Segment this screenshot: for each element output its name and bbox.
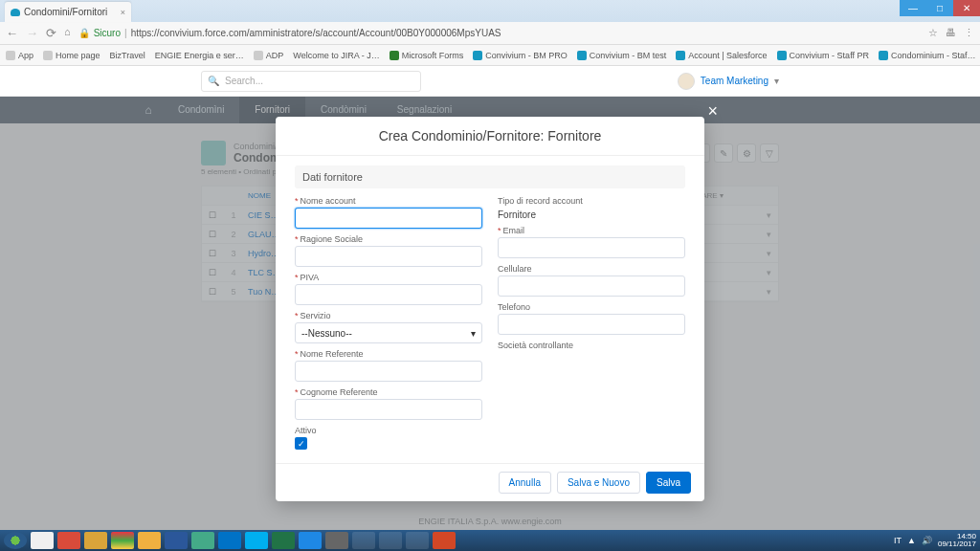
- taskbar-ie[interactable]: [299, 532, 322, 549]
- cloud-icon: [11, 9, 20, 16]
- bookmark-item[interactable]: Microsoft Forms: [390, 51, 464, 60]
- user-menu[interactable]: Team Marketing ▾: [678, 73, 779, 90]
- taskbar-app[interactable]: [325, 532, 348, 549]
- bookmark-item[interactable]: Condominium - Staf…: [879, 51, 976, 60]
- tab-title: Condomini/Fornitori: [24, 7, 107, 17]
- cloud-icon: [577, 51, 587, 60]
- nome-account-input[interactable]: [295, 208, 482, 229]
- bookmark-bar: App Home page BizTravel ENGIE Energia e …: [0, 45, 980, 66]
- bookmark-item[interactable]: ENGIE Energia e ser…: [155, 51, 244, 60]
- annulla-button[interactable]: Annulla: [499, 472, 551, 494]
- star-icon[interactable]: ☆: [928, 27, 938, 39]
- taskbar-app[interactable]: [406, 532, 429, 549]
- print-icon[interactable]: 🖶: [946, 27, 956, 39]
- lang-indicator[interactable]: IT: [894, 536, 902, 545]
- app-header: 🔍 Search... Team Marketing ▾: [0, 66, 980, 97]
- browser-tab[interactable]: Condomini/Fornitori ×: [5, 2, 131, 22]
- servizio-select[interactable]: --Nessuno-- ▾: [295, 322, 482, 343]
- taskbar-word[interactable]: [165, 532, 188, 549]
- search-icon: 🔍: [208, 76, 219, 86]
- field-nome-account: *Nome account: [295, 196, 482, 229]
- bookmark-item[interactable]: ADP: [254, 51, 284, 60]
- field-cellulare: Cellulare: [498, 264, 685, 297]
- home-icon[interactable]: ⌂: [64, 26, 71, 40]
- lock-icon: 🔒: [78, 28, 90, 38]
- cellulare-input[interactable]: [498, 276, 685, 297]
- field-nome-referente: *Nome Referente: [295, 349, 482, 382]
- salva-button[interactable]: Salva: [646, 472, 691, 494]
- taskbar-app[interactable]: [57, 532, 80, 549]
- tray-icon[interactable]: ▲: [907, 536, 916, 545]
- menu-icon[interactable]: ⋮: [964, 27, 974, 39]
- taskbar-outlook[interactable]: [218, 532, 241, 549]
- field-societa: Società controllante: [498, 341, 685, 352]
- secure-label: Sicuro: [94, 28, 121, 38]
- telefono-input[interactable]: [498, 314, 685, 335]
- bookmark-item[interactable]: Home page: [43, 51, 100, 60]
- page-icon: [254, 51, 263, 60]
- search-placeholder: Search...: [225, 76, 263, 86]
- bookmark-item[interactable]: Convivium - Staff PR: [777, 51, 869, 60]
- cloud-icon: [676, 51, 685, 60]
- clock[interactable]: 14:50 09/11/2017: [938, 533, 976, 548]
- field-piva: *PIVA: [295, 273, 482, 305]
- attivo-checkbox[interactable]: ✓: [295, 437, 307, 450]
- browser-tab-bar: Condomini/Fornitori × — □ ✕: [0, 0, 980, 22]
- window-minimize[interactable]: —: [900, 0, 926, 16]
- bookmark-item[interactable]: Convivium - BM test: [577, 51, 667, 60]
- close-icon[interactable]: ×: [707, 101, 718, 121]
- piva-input[interactable]: [295, 284, 482, 305]
- field-tipo-record: Tipo di record account Fornitore: [498, 196, 685, 220]
- forward-icon[interactable]: →: [26, 26, 38, 40]
- taskbar-excel[interactable]: [272, 532, 295, 549]
- grid-icon: [6, 51, 15, 60]
- cloud-icon: [777, 51, 787, 60]
- system-tray[interactable]: IT ▲ 🔊 14:50 09/11/2017: [894, 533, 976, 548]
- bookmark-item[interactable]: Welcome to JIRA - J…: [293, 51, 379, 60]
- field-attivo: Attivo ✓: [295, 426, 482, 450]
- start-button[interactable]: [4, 532, 27, 549]
- apps-button[interactable]: App: [6, 51, 33, 60]
- taskbar-app[interactable]: [84, 532, 107, 549]
- user-name: Team Marketing: [701, 76, 768, 86]
- cognome-referente-input[interactable]: [295, 399, 482, 420]
- browser-address-bar: ← → ⟳ ⌂ 🔒 Sicuro | https://convivium.for…: [0, 22, 980, 45]
- field-telefono: Telefono: [498, 302, 685, 335]
- page-icon: [390, 51, 399, 60]
- avatar: [678, 73, 695, 90]
- nome-referente-input[interactable]: [295, 361, 482, 382]
- taskbar-app[interactable]: [352, 532, 375, 549]
- cloud-icon: [473, 51, 482, 60]
- taskbar-chrome[interactable]: [111, 532, 134, 549]
- chevron-down-icon: ▾: [471, 328, 476, 339]
- modal-footer: Annulla Salva e Nuovo Salva: [276, 463, 704, 501]
- chevron-down-icon: ▾: [774, 76, 779, 86]
- bookmark-item[interactable]: Convivium - BM PRO: [473, 51, 568, 60]
- tipo-record-value: Fornitore: [498, 208, 685, 220]
- volume-icon[interactable]: 🔊: [922, 536, 932, 545]
- field-servizio: *Servizio --Nessuno-- ▾: [295, 311, 482, 343]
- url-box[interactable]: 🔒 Sicuro | https://convivium.force.com/a…: [78, 28, 501, 38]
- tab-close-icon[interactable]: ×: [121, 8, 125, 17]
- bookmark-item[interactable]: BizTravel: [110, 51, 145, 60]
- global-search[interactable]: 🔍 Search...: [201, 71, 421, 92]
- taskbar-skype[interactable]: [245, 532, 268, 549]
- salva-nuovo-button[interactable]: Salva e Nuovo: [557, 472, 640, 494]
- section-header: Dati fornitore: [295, 165, 685, 188]
- field-email: *Email: [498, 226, 685, 258]
- taskbar-app[interactable]: [138, 532, 161, 549]
- taskbar-app[interactable]: [191, 532, 214, 549]
- email-input[interactable]: [498, 237, 685, 258]
- field-ragione-sociale: *Ragione Sociale: [295, 234, 482, 267]
- ragione-sociale-input[interactable]: [295, 246, 482, 267]
- cloud-icon: [879, 51, 888, 60]
- window-maximize[interactable]: □: [926, 0, 953, 16]
- window-close[interactable]: ✕: [953, 0, 980, 16]
- taskbar-powerpoint[interactable]: [433, 532, 456, 549]
- taskbar-app[interactable]: [379, 532, 402, 549]
- taskbar-app[interactable]: [31, 532, 54, 549]
- browser-nav: ← → ⟳ ⌂: [6, 26, 71, 40]
- back-icon[interactable]: ←: [6, 26, 18, 40]
- bookmark-item[interactable]: Account | Salesforce: [676, 51, 767, 60]
- reload-icon[interactable]: ⟳: [46, 26, 56, 40]
